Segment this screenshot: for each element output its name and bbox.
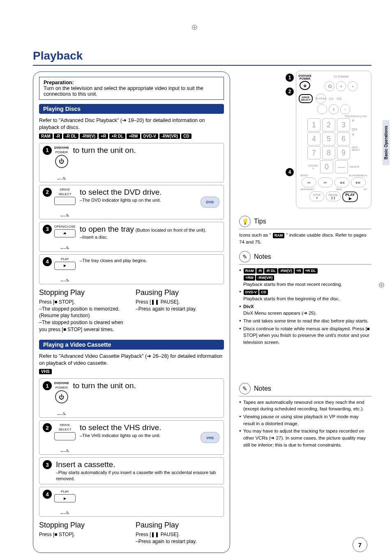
tips-box: 💡 Tips Icons such as " RAM " indicate us… — [239, 216, 371, 245]
main-column: Preparation: Turn on the television and … — [33, 71, 230, 553]
eject-button-icon: ⏏ — [54, 229, 76, 237]
power-button-icon: DVD/VHS POWER ⏻ — [54, 381, 69, 415]
stop-btn: STOP■ — [309, 191, 324, 201]
note-item: Viewing pause or using slow playback in … — [239, 413, 371, 427]
digit: 8 — [322, 146, 335, 159]
disc-steps: 1 DVD/VHS POWER ⏻ to turn the unit on. 2 — [39, 143, 224, 284]
discs-intro: Refer to "Advanced Disc Playback" (➔ 19–… — [39, 117, 224, 131]
step-4: 4 PLAY ▶ –The tray closes and play begin… — [39, 254, 224, 284]
rew-label: REW — [336, 188, 342, 191]
tv-power-label: TV POWER — [333, 75, 348, 78]
vstep-4: 4 PLAY ▶ — [39, 487, 224, 517]
next-btn: ⏭ — [318, 177, 333, 187]
step-1: 1 DVD/VHS POWER ⏻ to turn the unit on. — [39, 143, 224, 182]
step-text: to select the VHS drive. — [80, 423, 161, 432]
tag: -RW(VR) — [159, 134, 180, 139]
note-item: You may have to adjust the tracking for … — [239, 428, 371, 448]
tag-vhs: VHS — [39, 369, 52, 374]
step-text: to open the tray — [80, 225, 134, 233]
hand-icon — [61, 505, 69, 514]
reset-label: RESET — [300, 174, 309, 177]
digit: 1 — [307, 118, 321, 131]
pausing-head: Pausing Play — [136, 288, 224, 297]
ff-label: FF — [364, 188, 367, 191]
step-note: –The DVD indicator lights up on the unit… — [80, 198, 161, 203]
vstopping-head: Stopping Play — [39, 521, 127, 530]
hand-icon — [61, 240, 69, 249]
digit: 6 — [337, 132, 350, 145]
open-close-icon: OPEN/CLOSE ⏏ — [54, 225, 76, 249]
preparation-box: Preparation: Turn on the television and … — [39, 77, 224, 100]
slow-label: SLOW/SEARCH — [349, 174, 367, 177]
side-tab: Basic Operations — [383, 120, 390, 165]
remote-callout-1: 1 — [286, 74, 294, 82]
step-text: Insert a cassette. — [56, 460, 115, 469]
digit: 7 — [307, 146, 321, 159]
digit: 5 — [322, 132, 335, 145]
digit: 4 — [307, 132, 321, 145]
remote-callout-2: 2 — [286, 88, 294, 96]
note-item: DVD-VCD Playback starts from the beginni… — [239, 288, 371, 302]
dash-btn: — — [335, 160, 348, 173]
vol-up: ＋ — [348, 81, 357, 91]
prev-btn: ⏮ — [302, 177, 316, 187]
skip-label: SKIP/INDEX — [300, 188, 314, 191]
pause-btn: PAUSE❚❚ — [326, 191, 341, 201]
tag: +R DL — [109, 134, 125, 139]
note-item: The unit takes some time to read the dis… — [239, 318, 371, 325]
play-button-icon: PLAY ▶ — [54, 257, 76, 281]
power-button-icon: DVD/VHS POWER ⏻ — [54, 146, 69, 180]
hand-icon — [61, 443, 69, 452]
notes2-head: Notes — [254, 385, 271, 392]
tag: -RW(V) — [80, 134, 97, 139]
ff-btn: ▶▶ — [351, 177, 366, 187]
pencil-icon — [239, 383, 251, 394]
stopping-l1: Press [■ STOP]. — [39, 299, 127, 306]
vstep-2: 2 DRIVE SELECT to select the VHS drive. … — [39, 420, 224, 455]
power-icon: ⏻ — [55, 155, 68, 168]
ch-label-r: CH — [352, 127, 360, 131]
note-item: DivXDivX Menu screen appears (➔ 25). — [239, 303, 371, 317]
delete-label: DELETE — [350, 166, 360, 168]
remote-callout-4: 4 — [286, 168, 294, 176]
notes-box-2: Notes Tapes are automatically rewound on… — [239, 383, 371, 449]
preparation-head: Preparation: — [44, 80, 74, 85]
hand-icon — [58, 170, 66, 180]
page-title: Playback — [33, 49, 371, 62]
step-note: –Play starts automatically if you insert… — [56, 470, 216, 481]
vstopping-l1: Press [■ STOP]. — [39, 531, 127, 538]
note-item: RAM-R-R DL-RW(V)+R+R DL+RW-RW(VR) Playba… — [239, 267, 371, 288]
digit: 0 — [320, 160, 333, 173]
play-icon: ▶ — [54, 262, 76, 270]
vhs-indicator: VHS — [201, 432, 219, 443]
rew-btn: ◀◀ — [334, 177, 349, 187]
remote-power: DVD/VHS POWER ⏻ — [299, 74, 311, 90]
tag: -R — [54, 134, 62, 139]
play-button-icon: PLAY ▶ — [54, 490, 76, 514]
tag: +R — [99, 134, 108, 139]
step-text: to select the DVD drive. — [80, 188, 162, 196]
vhs-steps: 1 DVD/VHS POWER ⏻ to turn the unit on. 2 — [39, 378, 224, 517]
drive-select-icon: DRIVE SELECT — [54, 423, 76, 452]
tv-power-btn: ⏻ — [325, 81, 334, 91]
inline-tag: RAM — [273, 233, 285, 238]
step-num: 4 — [43, 257, 52, 266]
digit: 9 — [337, 146, 350, 159]
remote-play-btn: PLAY▶ — [342, 191, 358, 202]
ch-down: ∨ — [329, 104, 339, 114]
dvd-indicator: DVD — [201, 196, 219, 207]
drive-select-icon: DRIVE SELECT — [54, 188, 76, 216]
vstep-1: 1 DVD/VHS POWER ⏻ to turn the unit on. — [39, 378, 224, 418]
power-icon: ⏻ — [55, 390, 68, 403]
tag: -R DL — [63, 134, 78, 139]
lightbulb-icon: 💡 — [239, 216, 251, 227]
notes-box-1: Notes RAM-R-R DL-RW(V)+R+R DL+RW-RW(VR) … — [239, 251, 371, 345]
vhs-intro: Refer to "Advanced Video Cassette Playba… — [39, 353, 224, 367]
vstep-3: 3 Insert a cassette. –Play starts automa… — [39, 457, 224, 484]
pausing-l2: –Press again to restart play. — [136, 306, 224, 313]
drive-select-btn: DRIVE SELECT — [299, 94, 313, 103]
step-num: 4 — [43, 490, 52, 499]
title-rule — [33, 65, 371, 66]
digit: 2 — [322, 118, 335, 131]
tag: +RW — [127, 134, 140, 139]
